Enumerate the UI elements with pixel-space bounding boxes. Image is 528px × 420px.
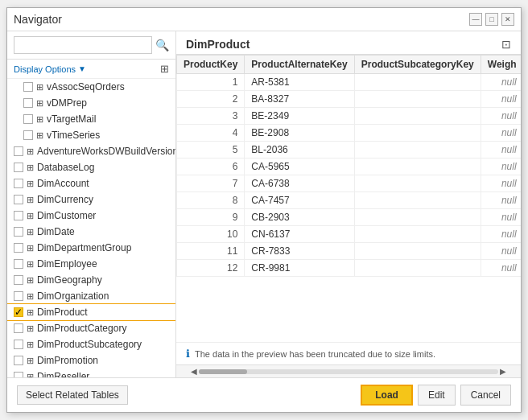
nav-item[interactable]: ⊞DimOrganization <box>7 288 175 304</box>
data-table-container[interactable]: ProductKeyProductAlternateKeyProductSubc… <box>176 55 521 342</box>
nav-item-label: AdventureWorksDWBuildVersion <box>37 146 175 157</box>
nav-item-checkbox[interactable] <box>14 211 23 220</box>
nav-item[interactable]: ⊞DimEmployee <box>7 256 175 272</box>
nav-item-checkbox[interactable] <box>14 163 23 172</box>
table-column-header: Weigh <box>481 56 521 74</box>
nav-item-checkbox[interactable] <box>14 275 23 285</box>
nav-item-checkbox[interactable] <box>14 356 23 365</box>
nav-item-checkbox[interactable] <box>14 179 23 188</box>
table-cell-weigh: null <box>481 192 521 209</box>
nav-item-label: vDMPrep <box>47 97 87 109</box>
nav-item[interactable]: ⊞DatabaseLog <box>7 159 175 175</box>
select-related-button[interactable]: Select Related Tables <box>17 385 128 405</box>
minimize-button[interactable]: — <box>469 13 482 26</box>
table-cell-weigh: null <box>481 175 521 192</box>
nav-item[interactable]: ⊞DimProductSubcategory <box>7 336 175 352</box>
table-row: 9CB-2903null <box>177 209 522 226</box>
window-title: Navigator <box>14 13 62 26</box>
table-cell-alt: CR-9981 <box>245 260 354 277</box>
table-row: 11CR-7833null <box>177 243 522 260</box>
table-cell-key: 1 <box>177 74 245 91</box>
scroll-left-arrow[interactable]: ◀ <box>189 367 199 376</box>
edit-button[interactable]: Edit <box>418 385 456 406</box>
horizontal-scrollbar[interactable]: ◀ ▶ <box>176 364 521 377</box>
table-symbol-icon: ⊞ <box>27 243 34 253</box>
nav-item-checkbox[interactable] <box>23 130 33 140</box>
nav-item[interactable]: ⊞DimGeography <box>7 272 175 288</box>
search-input[interactable] <box>14 36 152 54</box>
nav-item-checkbox[interactable] <box>14 146 23 156</box>
table-row: 8CA-7457null <box>177 192 522 209</box>
table-row: 7CA-6738null <box>177 175 522 192</box>
nav-item-checkbox[interactable] <box>14 323 23 333</box>
table-cell-key: 12 <box>177 260 245 277</box>
nav-list-container[interactable]: ⊞vAssocSeqOrders⊞vDMPrep⊞vTargetMail⊞vTi… <box>7 79 175 377</box>
nav-item[interactable]: ⊞DimProductCategory <box>7 320 175 336</box>
maximize-button[interactable]: □ <box>485 13 498 26</box>
nav-item-label: DatabaseLog <box>37 162 94 173</box>
nav-item[interactable]: ⊞DimReseller <box>7 369 175 377</box>
table-row: 4BE-2908null <box>177 125 522 142</box>
nav-item[interactable]: ⊞DimAccount <box>7 175 175 191</box>
nav-item-checkbox[interactable] <box>23 114 33 124</box>
nav-item-checkbox[interactable] <box>14 291 23 301</box>
nav-item[interactable]: ⊞DimDate <box>7 224 175 240</box>
action-buttons: Load Edit Cancel <box>361 385 511 406</box>
nav-item-label: DimProductSubcategory <box>37 339 142 350</box>
nav-item-label: vTimeSeries <box>47 130 100 141</box>
table-cell-weigh: null <box>481 142 521 159</box>
nav-item-checkbox[interactable] <box>23 82 33 92</box>
table-symbol-icon: ⊞ <box>27 323 34 334</box>
window-controls: — □ ✕ <box>469 13 514 26</box>
nav-item[interactable]: ⊞vTargetMail <box>7 111 175 127</box>
nav-item[interactable]: ⊞DimCurrency <box>7 191 175 208</box>
table-symbol-icon: ⊞ <box>27 195 34 205</box>
nav-item[interactable]: ⊞DimPromotion <box>7 352 175 369</box>
table-cell-alt: CA-6738 <box>245 175 354 192</box>
display-options-chevron: ▼ <box>78 64 86 73</box>
nav-item-checkbox[interactable] <box>23 98 33 108</box>
table-cell-sub <box>354 74 481 91</box>
table-symbol-icon: ⊞ <box>27 227 34 237</box>
nav-item-checkbox[interactable] <box>14 227 23 237</box>
cancel-button[interactable]: Cancel <box>460 385 511 406</box>
nav-item[interactable]: ⊞AdventureWorksDWBuildVersion <box>7 143 175 159</box>
table-column-header: ProductKey <box>177 56 245 74</box>
display-options-button[interactable]: Display Options ▼ <box>14 64 86 74</box>
preview-title: DimProduct <box>186 38 250 51</box>
table-cell-weigh: null <box>481 91 521 108</box>
nav-item-checkbox[interactable] <box>14 372 23 377</box>
scroll-track[interactable] <box>199 369 498 374</box>
table-icon-button[interactable]: ⊞ <box>160 63 169 75</box>
nav-item-label: DimCustomer <box>37 210 96 221</box>
table-row: 3BE-2349null <box>177 108 522 125</box>
nav-item-checkbox[interactable] <box>14 259 23 269</box>
table-symbol-icon: ⊞ <box>27 179 34 189</box>
nav-item-checkbox[interactable]: ✓ <box>14 307 23 317</box>
load-button[interactable]: Load <box>361 385 413 406</box>
nav-item[interactable]: ✓⊞DimProduct <box>7 304 175 320</box>
table-symbol-icon: ⊞ <box>27 372 34 378</box>
table-cell-weigh: null <box>481 108 521 125</box>
nav-item-label: vAssocSeqOrders <box>47 81 125 93</box>
table-cell-alt: BE-2908 <box>245 125 354 142</box>
nav-item-checkbox[interactable] <box>14 340 23 349</box>
table-cell-sub <box>354 108 481 125</box>
preview-expand-icon[interactable]: ⊡ <box>501 38 511 51</box>
nav-item[interactable]: ⊞vTimeSeries <box>7 127 175 143</box>
search-icon: 🔍 <box>155 39 169 51</box>
nav-item-checkbox[interactable] <box>14 195 23 204</box>
table-row: 5BL-2036null <box>177 142 522 159</box>
table-cell-weigh: null <box>481 125 521 142</box>
close-button[interactable]: ✕ <box>501 13 514 26</box>
nav-item[interactable]: ⊞vDMPrep <box>7 95 175 111</box>
table-cell-weigh: null <box>481 226 521 243</box>
table-cell-sub <box>354 192 481 209</box>
nav-item[interactable]: ⊞DimDepartmentGroup <box>7 240 175 256</box>
scroll-right-arrow[interactable]: ▶ <box>498 367 508 376</box>
nav-item[interactable]: ⊞DimCustomer <box>7 208 175 224</box>
nav-item-checkbox[interactable] <box>14 243 23 253</box>
table-symbol-icon: ⊞ <box>27 340 34 350</box>
nav-item[interactable]: ⊞vAssocSeqOrders <box>7 79 175 95</box>
table-cell-sub <box>354 260 481 277</box>
